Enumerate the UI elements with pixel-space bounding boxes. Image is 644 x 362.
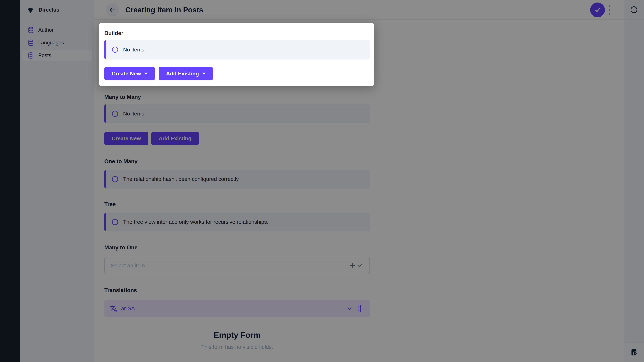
notice-text: No items (123, 46, 144, 53)
field-label-builder: Builder (104, 30, 370, 36)
create-new-dropdown-button[interactable]: Create New (104, 67, 155, 80)
directus-app: ? Directus Author (0, 0, 644, 362)
builder-actions: Create New Add Existing (104, 67, 213, 80)
add-existing-dropdown-button[interactable]: Add Existing (159, 67, 213, 80)
chevron-down-icon (202, 72, 206, 75)
chevron-down-icon (144, 72, 148, 75)
notice-builder: No items (104, 40, 370, 59)
info-icon (111, 46, 119, 53)
builder-field-card: Builder No items Create New Add Existing (98, 23, 374, 86)
